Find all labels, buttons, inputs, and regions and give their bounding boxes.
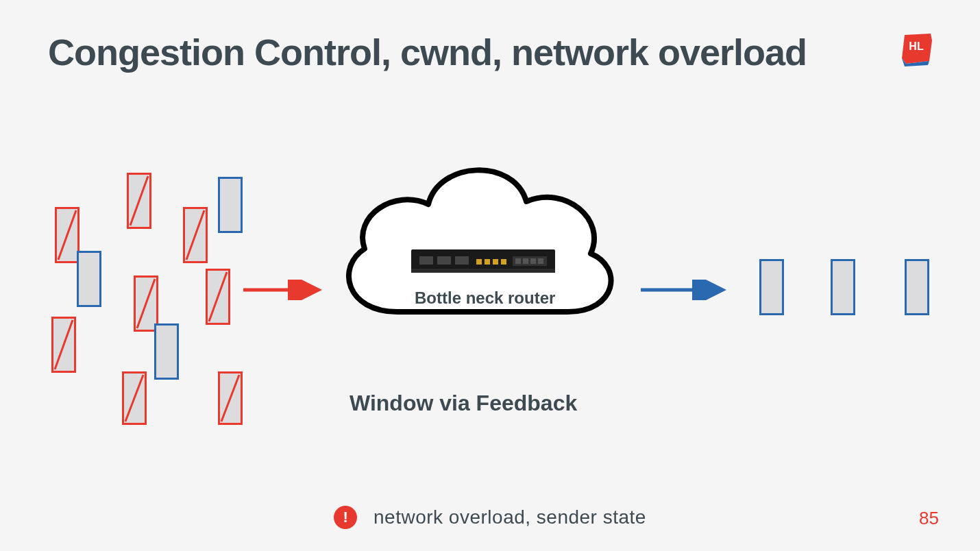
blue-packet <box>218 177 243 233</box>
svg-rect-25 <box>538 258 543 264</box>
red-packet <box>122 371 147 425</box>
svg-rect-15 <box>437 256 451 265</box>
footer-note: ! network overload, sender state <box>0 506 980 529</box>
blue-packet <box>759 259 784 315</box>
slide-title: Congestion Control, cwnd, network overlo… <box>48 31 807 73</box>
blue-packet <box>905 259 929 315</box>
svg-line-8 <box>125 375 143 421</box>
svg-rect-13 <box>411 269 555 273</box>
blue-packet <box>154 323 179 380</box>
router-label: Bottle neck router <box>415 289 555 308</box>
blue-packet <box>831 259 855 315</box>
red-packet <box>218 371 243 425</box>
svg-line-3 <box>130 176 148 225</box>
router-device-icon <box>411 244 555 280</box>
logo-text: HL <box>909 40 924 52</box>
svg-line-2 <box>58 210 76 260</box>
svg-rect-20 <box>501 259 506 265</box>
arrow-out-blue <box>637 280 733 300</box>
svg-rect-17 <box>476 259 482 265</box>
red-packet <box>51 317 76 373</box>
red-packet <box>127 173 151 229</box>
svg-line-6 <box>209 272 227 321</box>
footer-text: network overload, sender state <box>373 506 646 528</box>
arrow-in-red <box>240 280 329 300</box>
svg-rect-22 <box>515 258 521 264</box>
red-packet <box>183 207 208 263</box>
svg-rect-23 <box>523 258 528 264</box>
svg-line-4 <box>186 210 204 260</box>
svg-rect-18 <box>485 259 490 265</box>
alert-icon: ! <box>334 506 357 529</box>
blue-packet <box>77 251 101 307</box>
hl-logo: HL <box>898 31 935 69</box>
feedback-label: Window via Feedback <box>350 391 577 416</box>
svg-rect-14 <box>419 256 433 265</box>
svg-line-5 <box>137 279 155 328</box>
svg-rect-24 <box>530 258 536 264</box>
cloud-network <box>322 137 630 350</box>
svg-rect-19 <box>493 259 498 265</box>
red-packet <box>55 207 79 263</box>
svg-line-9 <box>221 375 239 421</box>
svg-rect-16 <box>455 256 469 265</box>
svg-line-7 <box>55 320 73 369</box>
page-number: 85 <box>919 508 939 529</box>
red-packet <box>206 269 230 325</box>
